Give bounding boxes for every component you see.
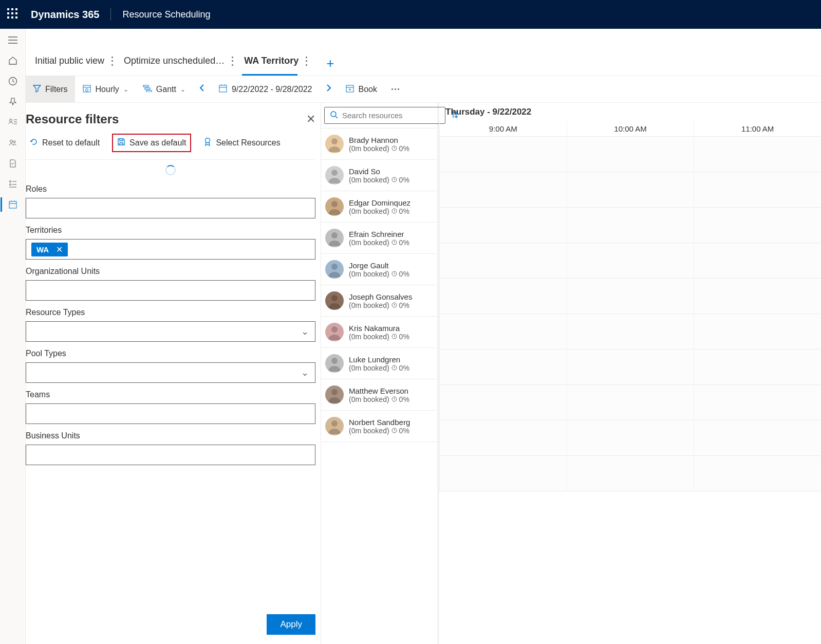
schedule-cell[interactable] <box>567 456 694 491</box>
next-date-button[interactable] <box>320 84 338 95</box>
business-units-input[interactable] <box>26 445 315 465</box>
tag-remove-icon[interactable]: ✕ <box>56 245 63 254</box>
schedule-cell[interactable] <box>567 349 694 384</box>
org-units-input[interactable] <box>26 280 315 301</box>
schedule-row[interactable] <box>439 314 821 349</box>
prev-date-button[interactable] <box>193 84 211 95</box>
apply-button[interactable]: Apply <box>267 614 315 635</box>
territories-input[interactable]: WA ✕ <box>26 239 315 260</box>
schedule-row[interactable] <box>439 420 821 456</box>
schedule-cell[interactable] <box>439 243 567 278</box>
search-input[interactable] <box>342 111 440 120</box>
close-icon[interactable]: ✕ <box>306 113 315 126</box>
book-button[interactable]: Book <box>338 76 384 102</box>
schedule-row[interactable] <box>439 456 821 491</box>
resource-item[interactable]: Kris Nakamura (0m booked) 0% <box>321 317 437 348</box>
schedule-cell[interactable] <box>567 314 694 349</box>
schedule-cell[interactable] <box>567 385 694 420</box>
schedule-cell[interactable] <box>694 208 821 243</box>
schedule-cell[interactable] <box>694 279 821 314</box>
schedule-row[interactable] <box>439 279 821 314</box>
schedule-cell[interactable] <box>694 172 821 207</box>
tab-menu-icon[interactable] <box>306 57 309 66</box>
teams-input[interactable] <box>26 403 315 424</box>
tab-wa-territory[interactable]: WA Territory <box>242 51 311 76</box>
schedule-row[interactable] <box>439 243 821 279</box>
home-icon[interactable] <box>8 56 18 66</box>
svg-point-14 <box>206 138 210 143</box>
schedule-cell[interactable] <box>567 137 694 172</box>
schedule-cell[interactable] <box>439 314 567 349</box>
resource-item[interactable]: Brady Hannon (0m booked) 0% <box>321 128 437 160</box>
resource-item[interactable]: Edgar Dominquez (0m booked) 0% <box>321 191 437 223</box>
resource-item[interactable]: Efrain Schreiner (0m booked) 0% <box>321 223 437 254</box>
save-default-button[interactable]: Save as default <box>112 134 191 152</box>
resource-item[interactable]: Norbert Sandberg (0m booked) 0% <box>321 411 437 442</box>
team-icon[interactable] <box>8 138 18 148</box>
hamburger-icon[interactable] <box>8 35 18 45</box>
resource-item[interactable]: David So (0m booked) 0% <box>321 160 437 191</box>
app-launcher-icon[interactable] <box>7 8 20 21</box>
schedule-cell[interactable] <box>567 279 694 314</box>
schedule-cell[interactable] <box>694 349 821 384</box>
roles-input[interactable] <box>26 198 315 218</box>
teams-field-group: Teams <box>26 390 315 424</box>
schedule-cell[interactable] <box>567 208 694 243</box>
org-units-field-group: Organizational Units <box>26 267 315 301</box>
schedule-row[interactable] <box>439 137 821 172</box>
schedule-cell[interactable] <box>694 420 821 455</box>
schedule-cell[interactable] <box>439 456 567 491</box>
schedule-cell[interactable] <box>439 208 567 243</box>
resource-item[interactable]: Matthew Everson (0m booked) 0% <box>321 379 437 411</box>
schedule-cell[interactable] <box>567 172 694 207</box>
gantt-dropdown[interactable]: Gantt ⌄ <box>136 76 193 102</box>
schedule-row[interactable] <box>439 385 821 420</box>
svg-point-5 <box>9 184 11 186</box>
tab-menu-icon[interactable] <box>111 57 115 66</box>
date-range-button[interactable]: 9/22/2022 - 9/28/2022 <box>211 76 320 102</box>
people-list-icon[interactable] <box>8 117 18 127</box>
schedule-board-icon[interactable] <box>8 199 18 210</box>
schedule-cell[interactable] <box>439 137 567 172</box>
hourly-dropdown[interactable]: Hourly ⌄ <box>75 76 136 102</box>
schedule-cell[interactable] <box>439 349 567 384</box>
schedule-cell[interactable] <box>694 243 821 278</box>
schedule-cell[interactable] <box>567 243 694 278</box>
schedule-cell[interactable] <box>439 279 567 314</box>
clock-icon <box>391 271 397 277</box>
resource-name: Norbert Sandberg <box>349 418 410 427</box>
more-options-button[interactable] <box>384 88 406 90</box>
schedule-cell[interactable] <box>439 172 567 207</box>
tab-menu-icon[interactable] <box>232 57 235 66</box>
resource-item[interactable]: Jorge Gault (0m booked) 0% <box>321 254 437 285</box>
schedule-cell[interactable] <box>439 420 567 455</box>
schedule-cell[interactable] <box>567 420 694 455</box>
schedule-cell[interactable] <box>439 385 567 420</box>
schedule-row[interactable] <box>439 208 821 243</box>
tab-initial-public-view[interactable]: Initial public view <box>33 51 117 76</box>
pool-types-select[interactable] <box>26 362 315 383</box>
pin-icon[interactable] <box>8 97 18 107</box>
document-check-icon[interactable] <box>8 158 18 169</box>
resource-types-select[interactable] <box>26 321 315 342</box>
schedule-row[interactable] <box>439 172 821 208</box>
add-tab-button[interactable]: + <box>326 56 334 71</box>
select-resources-button[interactable]: Select Resources <box>199 134 284 152</box>
reset-default-button[interactable]: Reset to default <box>26 135 104 151</box>
schedule-cell[interactable] <box>694 456 821 491</box>
filters-button[interactable]: Filters <box>26 76 75 102</box>
tab-optimize-unscheduled[interactable]: Optimize unscheduled… <box>122 51 237 76</box>
recent-icon[interactable] <box>8 76 18 86</box>
schedule-cell[interactable] <box>694 314 821 349</box>
tab-label: Optimize unscheduled… <box>124 56 225 66</box>
resource-item[interactable]: Luke Lundgren (0m booked) 0% <box>321 348 437 379</box>
filter-panel: Resource filters ✕ Reset to default <box>26 103 321 644</box>
resource-item[interactable]: Joseph Gonsalves (0m booked) 0% <box>321 285 437 317</box>
group-list-icon[interactable] <box>8 179 18 189</box>
schedule-cell[interactable] <box>694 137 821 172</box>
schedule-row[interactable] <box>439 349 821 385</box>
search-box[interactable] <box>324 107 445 124</box>
schedule-cell[interactable] <box>694 385 821 420</box>
loading-spinner-icon <box>165 165 176 175</box>
svg-point-22 <box>331 232 338 238</box>
